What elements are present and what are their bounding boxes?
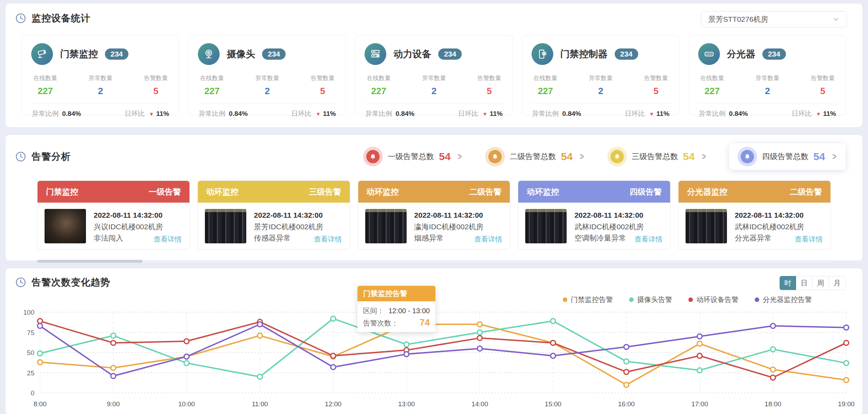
legend-item[interactable]: 分光器监控告警 [755,295,812,304]
triangle-down-icon: ▼ [316,111,321,117]
alarm-bell-icon [741,150,754,163]
online-value: 227 [367,86,390,97]
legend-label: 动环设备告警 [696,295,739,304]
abnormal-label: 异常数量 [422,74,446,82]
clock-icon [15,13,26,24]
alarm-level: 四级告警 [629,186,662,197]
svg-text:10:00: 10:00 [178,400,195,408]
alarm-card[interactable]: 门禁监控 一级告警 2022-08-11 14:32:00 兴议IDC机楼002… [37,180,190,249]
dod-value: 11% [823,110,836,117]
alarm-value: 5 [811,86,835,97]
tooltip-title: 门禁监控告警 [358,286,435,301]
range-button-week[interactable]: 周 [813,276,829,290]
alarm-trend-panel: 告警次数变化趋势 时 日 周 月 门禁监控告警 摄像头告警 动环设备告警 分光器… [6,268,862,414]
alarm-card[interactable]: 分光器监控 二级告警 2022-08-11 14:32:00 武林IDC机楼00… [678,180,831,249]
ratio-value: 0.84% [729,110,748,117]
svg-text:75: 75 [27,329,34,336]
view-details-link[interactable]: 查看详情 [314,235,342,244]
online-value: 227 [33,86,57,97]
dod-value: 11% [656,110,669,117]
svg-text:18:00: 18:00 [764,400,781,408]
alarm-issue: 烟感异常 [414,232,483,244]
device-total-badge: 234 [762,48,786,60]
device-cards-row: 门禁监控 234 在线数量227 异常数量2 告警数量5 异常比例0.84% 日… [22,35,846,115]
alarm-label: 告警数量 [478,74,501,82]
alarm-total-value: 54 [561,151,573,163]
alarm-level: 一级告警 [149,186,181,197]
svg-text:19:00: 19:00 [838,400,855,408]
alarm-total-level3[interactable]: 三级告警总数 54 > [607,147,707,166]
legend-item[interactable]: 摄像头告警 [629,295,672,304]
section-title: 告警分析 [32,150,71,163]
abnormal-label: 异常数量 [589,74,613,82]
alarm-time: 2022-08-11 14:32:00 [414,210,483,221]
chevron-right-icon[interactable]: > [580,152,584,162]
alarm-issue: 空调制冷量异常 [574,232,643,244]
device-card: 摄像头 234 在线数量227 异常数量2 告警数量5 异常比例0.84% 日环… [188,35,346,115]
chevron-down-icon [833,16,840,23]
room-select-value: 景芳STT0276机房 [708,14,768,24]
cctv-camera-icon [31,43,53,65]
view-details-link[interactable]: 查看详情 [154,235,182,244]
svg-text:50: 50 [27,349,34,356]
device-total-badge: 234 [615,48,638,60]
alarm-value: 5 [311,86,334,97]
tooltip-count-value: 74 [420,317,430,328]
dod-value: 11% [156,110,169,117]
legend-item[interactable]: 动环设备告警 [688,295,739,304]
legend-label: 摄像头告警 [637,295,672,304]
carousel-scrollbar-thumb[interactable] [37,260,142,263]
legend-label: 分光器监控告警 [763,295,812,304]
ratio-value: 0.84% [562,110,581,117]
svg-text:9:00: 9:00 [107,400,120,408]
view-details-link[interactable]: 查看详情 [795,235,823,244]
device-total-badge: 234 [438,48,462,60]
online-label: 在线数量 [700,74,724,82]
alarm-card[interactable]: 动环监控 四级告警 2022-08-11 14:32:00 武林IDC机楼002… [518,180,670,249]
device-total-badge: 234 [262,48,286,60]
alarm-total-level2[interactable]: 二级告警总数 54 > [485,147,585,166]
clock-icon [15,151,26,162]
device-name: 门禁监控 [60,48,98,60]
dod-label: 日环比 [625,110,645,117]
chevron-right-icon[interactable]: > [832,152,836,162]
alarm-total-label: 三级告警总数 [632,151,678,162]
device-name: 摄像头 [227,48,255,60]
alarm-cards-row: 门禁监控 一级告警 2022-08-11 14:32:00 兴议IDC机楼002… [37,180,831,249]
view-details-link[interactable]: 查看详情 [634,235,662,244]
alarm-source: 分光器监控 [687,186,727,197]
room-select[interactable]: 景芳STT0276机房 [701,11,847,27]
legend-label: 门禁监控告警 [571,295,613,304]
range-button-day[interactable]: 日 [796,276,813,290]
device-card: 动力设备 234 在线数量227 异常数量2 告警数量5 异常比例0.84% 日… [355,35,513,115]
ratio-label: 异常比例 [32,110,59,117]
device-card: 门禁控制器 234 在线数量227 异常数量2 告警数量5 异常比例0.84% … [522,35,680,115]
chart-tooltip: 门禁监控告警 区间：12:00 - 13:00 告警次数：74 [358,286,435,332]
legend-item[interactable]: 门禁监控告警 [563,295,613,304]
online-value: 227 [200,86,224,97]
alarm-source: 动环监控 [367,186,399,197]
triangle-down-icon: ▼ [649,111,654,117]
range-button-hour[interactable]: 时 [780,276,796,290]
carousel-scrollbar-track [37,260,831,263]
alarm-total-level4[interactable]: 四级告警总数 54 > [729,143,846,170]
svg-text:11:00: 11:00 [252,400,268,408]
alarm-issue: 非法闯入 [94,232,163,244]
alarm-card[interactable]: 动环监控 三级告警 2022-08-11 14:32:00 景芳IDC机楼002… [198,180,350,249]
alarm-card[interactable]: 动环监控 二级告警 2022-08-11 14:32:00 瀛海IDC机楼002… [358,180,510,249]
chevron-right-icon[interactable]: > [458,152,462,162]
tooltip-count-label: 告警次数： [363,318,398,328]
alarm-label: 告警数量 [811,74,835,82]
device-card: 门禁监控 234 在线数量227 异常数量2 告警数量5 异常比例0.84% 日… [22,35,179,115]
range-button-month[interactable]: 月 [829,276,846,290]
alarm-total-level1[interactable]: 一级告警总数 54 > [363,147,463,166]
abnormal-value: 2 [422,86,446,97]
page-title: 监控设备统计 [32,12,91,25]
ratio-label: 异常比例 [199,110,225,117]
view-details-link[interactable]: 查看详情 [474,235,502,244]
alarm-source: 动环监控 [527,186,559,197]
chevron-right-icon[interactable]: > [702,152,706,162]
alarm-level: 三级告警 [309,186,341,197]
device-stats-panel: 监控设备统计 景芳STT0276机房 门禁监控 234 在线数量227 异常数量… [6,4,862,127]
alarm-bell-icon [366,150,380,163]
